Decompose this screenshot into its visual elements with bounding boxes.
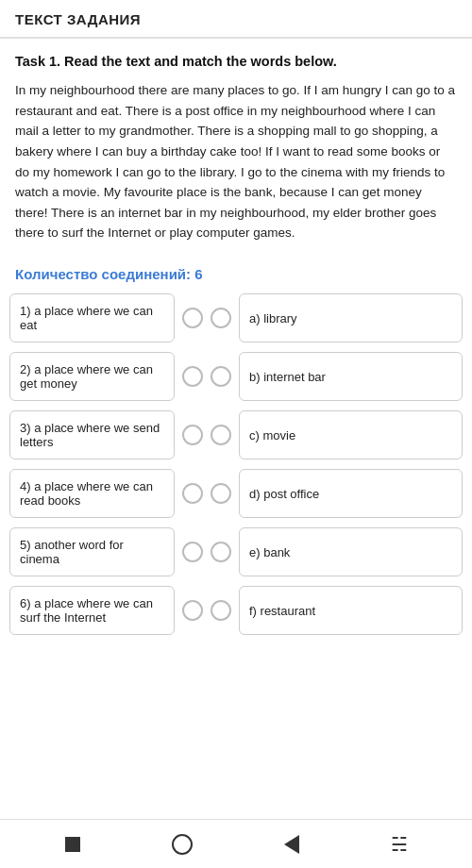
match-row: 6) a place where we can surf the Interne…	[9, 584, 463, 637]
radio-left-1[interactable]	[182, 308, 203, 328]
back-button[interactable]	[284, 835, 299, 854]
left-label-5: 5) another word for cinema	[9, 527, 175, 576]
radio-left-4[interactable]	[182, 483, 203, 504]
header-bar: ТЕКСТ ЗАДАНИЯ	[0, 0, 472, 39]
left-label-6: 6) a place where we can surf the Interne…	[9, 586, 175, 635]
radio-group-2	[182, 366, 231, 387]
radio-right-3[interactable]	[211, 425, 231, 445]
accessibility-button[interactable]: ☵	[391, 833, 408, 856]
left-label-2: 2) a place where we can get money	[9, 352, 175, 401]
radio-group-4	[182, 483, 231, 504]
home-icon	[172, 834, 193, 855]
task-section: Task 1. Read the text and match the word…	[0, 39, 472, 266]
bottom-nav: ☵	[0, 819, 472, 868]
radio-group-3	[182, 425, 231, 445]
left-label-1: 1) a place where we can eat	[9, 293, 175, 342]
stop-icon	[65, 837, 80, 852]
right-label-4: d) post office	[239, 469, 463, 518]
task-text: In my neighbourhood there are many place…	[15, 80, 457, 243]
radio-right-1[interactable]	[211, 308, 231, 328]
right-label-1: a) library	[239, 293, 463, 342]
radio-left-6[interactable]	[182, 600, 203, 621]
connections-label: Количество соединений: 6	[0, 266, 472, 282]
task-instruction: Task 1. Read the text and match the word…	[15, 52, 457, 71]
radio-right-2[interactable]	[211, 366, 231, 387]
radio-right-6[interactable]	[211, 600, 231, 621]
home-button[interactable]	[172, 834, 193, 855]
header-title: ТЕКСТ ЗАДАНИЯ	[15, 11, 457, 27]
matching-area: 1) a place where we can eat a) library 2…	[0, 292, 472, 637]
match-row: 1) a place where we can eat a) library	[9, 292, 463, 344]
radio-left-3[interactable]	[182, 425, 203, 445]
back-icon	[284, 835, 299, 854]
right-label-5: e) bank	[239, 527, 463, 576]
radio-left-5[interactable]	[182, 542, 203, 562]
accessibility-icon: ☵	[391, 833, 408, 856]
radio-group-6	[182, 600, 231, 621]
main-content: ТЕКСТ ЗАДАНИЯ Task 1. Read the text and …	[0, 0, 472, 819]
match-row: 4) a place where we can read books d) po…	[9, 467, 463, 520]
match-row: 2) a place where we can get money b) int…	[9, 350, 463, 403]
left-label-3: 3) a place where we send letters	[9, 410, 175, 459]
radio-right-4[interactable]	[211, 483, 231, 504]
radio-left-2[interactable]	[182, 366, 203, 387]
stop-button[interactable]	[65, 837, 80, 852]
match-row: 5) another word for cinema e) bank	[9, 526, 463, 578]
right-label-6: f) restaurant	[239, 586, 463, 635]
right-label-3: c) movie	[239, 410, 463, 459]
radio-right-5[interactable]	[211, 542, 231, 562]
right-label-2: b) internet bar	[239, 352, 463, 401]
radio-group-1	[182, 308, 231, 328]
match-row: 3) a place where we send letters c) movi…	[9, 409, 463, 461]
left-label-4: 4) a place where we can read books	[9, 469, 175, 518]
radio-group-5	[182, 542, 231, 562]
